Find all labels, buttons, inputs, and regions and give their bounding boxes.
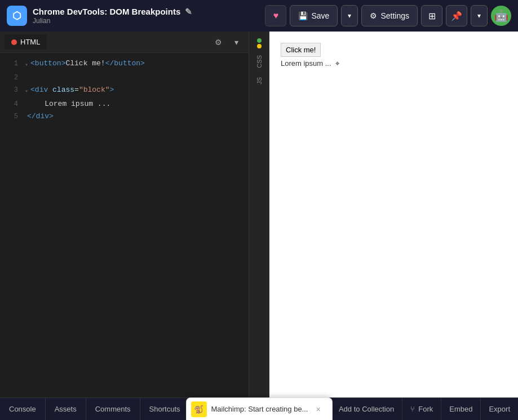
panel-tabs: HTML ⚙ ▾ (0, 32, 249, 53)
code-line-4: 4 Lorem ipsum ... (0, 98, 249, 110)
html-tab-dot (11, 39, 17, 45)
fork-label: Fork (418, 405, 433, 413)
save-label: Save (311, 11, 329, 20)
code-content: </div> (27, 110, 54, 123)
save-dropdown-button[interactable]: ▾ (341, 5, 358, 26)
editor-area: HTML ⚙ ▾ 1 ▾ <button>Click me!</button> … (0, 32, 518, 397)
js-tab-label: JS (256, 77, 263, 84)
embed-button[interactable]: Embed (441, 398, 480, 421)
save-button[interactable]: 💾 Save (290, 5, 338, 26)
line-number: 1 (5, 57, 18, 70)
logo-area: ⬡ Chrome DevTools: DOM Breakpoints ✎ Jul… (7, 6, 260, 26)
preview-panel: Click me! Lorem ipsum ... ⌖ (269, 32, 518, 397)
code-line-2: 2 (0, 72, 249, 84)
embed-label: Embed (449, 405, 472, 413)
add-to-collection-button[interactable]: Add to Collection (330, 398, 402, 421)
top-bar: ⬡ Chrome DevTools: DOM Breakpoints ✎ Jul… (0, 0, 518, 32)
tab-html[interactable]: HTML (5, 34, 47, 50)
tab-comments[interactable]: Comments (86, 398, 140, 420)
more-button[interactable]: ▾ (471, 5, 488, 26)
code-line-3: 3 ▾ <div class="block"> (0, 84, 249, 98)
tab-console[interactable]: Console (0, 398, 46, 420)
tab-shortcuts[interactable]: Shortcuts (140, 398, 190, 420)
notification-logo: 🐒 (191, 401, 207, 417)
app-logo-icon: ⬡ (7, 6, 27, 26)
settings-button[interactable]: ⚙ Settings (361, 5, 418, 26)
tab-css[interactable]: CSS (254, 51, 265, 73)
username-label: Julian (33, 17, 192, 25)
line-arrow: ▾ (25, 86, 28, 98)
preview-lorem: Lorem ipsum ... ⌖ (281, 59, 507, 68)
tab-html-label: HTML (20, 38, 40, 46)
preview-content: Click me! Lorem ipsum ... ⌖ (269, 32, 518, 397)
save-icon: 💾 (298, 11, 308, 20)
export-button[interactable]: Export (480, 398, 518, 421)
fork-button[interactable]: ⑂ Fork (402, 398, 441, 421)
code-content: <div class="block"> (30, 84, 114, 96)
code-content: Lorem ipsum ... (27, 98, 110, 110)
notification-close-button[interactable]: × (312, 404, 324, 415)
pin-button[interactable]: 📌 (446, 5, 467, 26)
cursor-icon: ⌖ (335, 59, 339, 68)
notification-text: Mailchimp: Start creating be... (211, 405, 308, 413)
panel-actions: ⚙ ▾ (210, 34, 244, 50)
settings-panel-button[interactable]: ⚙ (210, 34, 226, 50)
line-number: 4 (5, 98, 18, 110)
top-actions: ♥ 💾 Save ▾ ⚙ Settings ⊞ 📌 ▾ 🤖 (265, 5, 511, 26)
code-content: <button>Click me!</button> (30, 57, 145, 70)
code-line-1: 1 ▾ <button>Click me!</button> (0, 57, 249, 72)
notification-banner: 🐒 Mailchimp: Start creating be... × (186, 397, 333, 420)
line-number: 5 (5, 110, 18, 123)
settings-label: Settings (380, 11, 409, 20)
page-title: Chrome DevTools: DOM Breakpoints ✎ (33, 7, 192, 17)
avatar[interactable]: 🤖 (491, 6, 511, 26)
css-dot (257, 38, 262, 43)
side-panel: CSS JS (249, 32, 269, 397)
like-button[interactable]: ♥ (265, 5, 286, 26)
bottom-bar: Console Assets Comments Shortcuts 🐒 Mail… (0, 397, 518, 420)
title-area: Chrome DevTools: DOM Breakpoints ✎ Julia… (33, 7, 192, 25)
edit-icon[interactable]: ✎ (185, 7, 192, 16)
preview-button[interactable]: Click me! (281, 43, 321, 57)
tab-js[interactable]: JS (254, 73, 265, 89)
line-arrow: ▾ (25, 59, 28, 72)
code-editor[interactable]: 1 ▾ <button>Click me!</button> 2 3 ▾ <di… (0, 53, 249, 397)
tab-assets[interactable]: Assets (46, 398, 86, 420)
settings-icon: ⚙ (370, 11, 377, 20)
fork-icon: ⑂ (410, 405, 415, 413)
js-dot (257, 44, 262, 48)
expand-panel-button[interactable]: ▾ (228, 34, 244, 50)
line-number: 3 (5, 84, 18, 96)
css-tab-label: CSS (256, 55, 263, 68)
export-label: Export (489, 405, 510, 413)
code-line-5: 5 </div> (0, 110, 249, 123)
line-number: 2 (5, 72, 18, 84)
add-collection-label: Add to Collection (339, 405, 394, 413)
grid-button[interactable]: ⊞ (421, 5, 442, 26)
editor-panel: HTML ⚙ ▾ 1 ▾ <button>Click me!</button> … (0, 32, 249, 397)
